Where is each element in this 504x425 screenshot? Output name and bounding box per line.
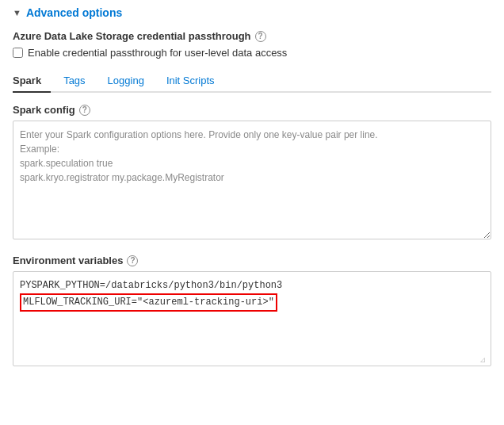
spark-config-label-text: Spark config: [13, 104, 75, 116]
chevron-down-icon: ▼: [13, 8, 21, 17]
tab-tags[interactable]: Tags: [63, 70, 94, 93]
env-line-1: PYSPARK_PYTHON=/databricks/python3/bin/p…: [20, 278, 484, 293]
credential-label-text: Azure Data Lake Storage credential passt…: [13, 30, 251, 42]
env-line-2-highlighted: MLFLOW_TRACKING_URI="<azureml-tracking-u…: [20, 293, 277, 312]
credential-section: Azure Data Lake Storage credential passt…: [13, 30, 491, 59]
spark-config-help-icon[interactable]: ?: [79, 105, 90, 116]
env-vars-label: Environment variables ?: [13, 255, 491, 266]
env-vars-section: Environment variables ? PYSPARK_PYTHON=/…: [13, 255, 491, 366]
tab-spark[interactable]: Spark: [13, 70, 51, 93]
credential-checkbox-label: Enable credential passthrough for user-l…: [28, 47, 287, 59]
env-vars-textarea-container[interactable]: PYSPARK_PYTHON=/databricks/python3/bin/p…: [13, 271, 491, 366]
resize-handle-icon[interactable]: ⊿: [479, 354, 489, 364]
spark-config-label: Spark config ?: [13, 104, 491, 116]
tab-init-scripts[interactable]: Init Scripts: [166, 70, 224, 93]
env-vars-help-icon[interactable]: ?: [127, 255, 138, 266]
credential-help-icon[interactable]: ?: [255, 31, 266, 42]
spark-config-textarea[interactable]: [13, 121, 491, 239]
env-vars-label-text: Environment variables: [13, 255, 123, 266]
advanced-options-header[interactable]: ▼ Advanced options: [13, 6, 491, 19]
env-line-2-container: MLFLOW_TRACKING_URI="<azureml-tracking-u…: [20, 293, 484, 312]
credential-checkbox-row: Enable credential passthrough for user-l…: [13, 47, 491, 59]
tab-logging[interactable]: Logging: [108, 70, 154, 93]
section-title: Advanced options: [26, 6, 122, 19]
credential-label: Azure Data Lake Storage credential passt…: [13, 30, 491, 42]
tabs-container: Spark Tags Logging Init Scripts: [13, 70, 491, 93]
spark-config-section: Spark config ?: [13, 104, 491, 242]
credential-passthrough-checkbox[interactable]: [13, 48, 23, 58]
